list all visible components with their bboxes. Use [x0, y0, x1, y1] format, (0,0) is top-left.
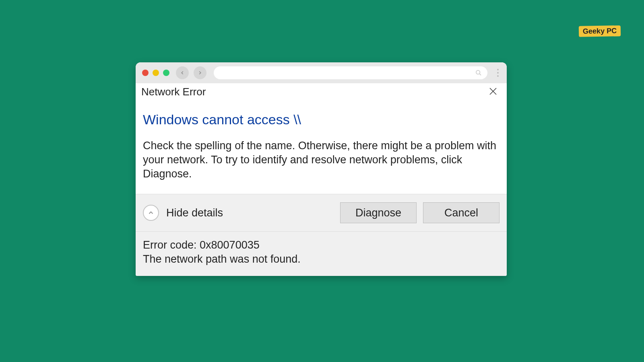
chevron-up-icon [147, 209, 155, 216]
overflow-menu-icon[interactable] [495, 69, 500, 77]
dialog-titlebar: Network Error [136, 83, 507, 100]
close-dot-icon[interactable] [142, 70, 149, 76]
cancel-button-label: Cancel [444, 207, 478, 219]
dialog-headline: Windows cannot access \\ [143, 112, 500, 128]
arrow-left-icon [180, 70, 185, 76]
address-bar[interactable] [214, 66, 487, 79]
traffic-lights [142, 70, 169, 76]
toggle-details-button[interactable] [143, 205, 159, 221]
error-message-line: The network path was not found. [143, 252, 500, 266]
minimize-dot-icon[interactable] [153, 70, 159, 76]
close-icon [488, 86, 498, 96]
dialog-actions-bar: Hide details Diagnose Cancel [136, 194, 507, 232]
maximize-dot-icon[interactable] [163, 70, 169, 76]
browser-chrome-bar [136, 62, 507, 83]
cancel-button[interactable]: Cancel [423, 202, 500, 223]
search-icon [475, 70, 482, 76]
svg-point-0 [476, 70, 480, 74]
arrow-right-icon [197, 70, 203, 76]
nav-back-button[interactable] [176, 66, 189, 79]
watermark-label: Geeky PC [583, 27, 617, 35]
dialog-body-text: Check the spelling of the name. Otherwis… [143, 139, 500, 181]
nav-forward-button[interactable] [194, 66, 206, 79]
browser-window: Network Error Windows cannot access \\ C… [136, 62, 507, 276]
toggle-details-label: Hide details [166, 207, 334, 219]
diagnose-button[interactable]: Diagnose [340, 202, 417, 223]
dialog-content: Windows cannot access \\ Check the spell… [136, 100, 507, 194]
error-code-line: Error code: 0x80070035 [143, 238, 500, 252]
svg-line-1 [479, 74, 481, 75]
diagnose-button-label: Diagnose [355, 207, 401, 219]
close-button[interactable] [485, 86, 501, 98]
watermark-badge: Geeky PC [579, 25, 621, 37]
dialog-title: Network Error [141, 86, 206, 98]
details-panel: Error code: 0x80070035 The network path … [136, 232, 507, 276]
